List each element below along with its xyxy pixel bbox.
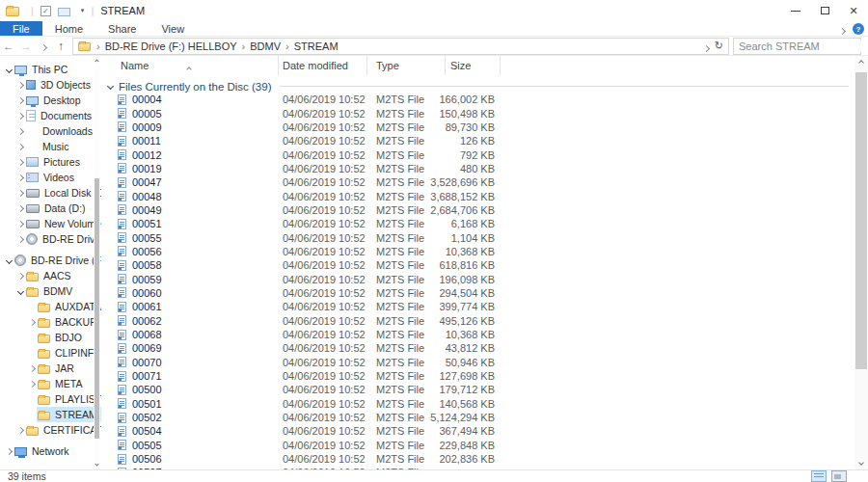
- file-row-00019[interactable]: 00019 04/06/2019 10:52 M2TS File 480 KB: [102, 162, 854, 175]
- back-button[interactable]: ←: [0, 40, 17, 53]
- tree-chevron-icon[interactable]: [28, 380, 35, 387]
- search-input[interactable]: [734, 40, 868, 52]
- file-row-00012[interactable]: 00012 04/06/2019 10:52 M2TS File 792 KB: [102, 147, 854, 161]
- close-button[interactable]: ✕: [839, 0, 868, 21]
- details-view-button[interactable]: [811, 470, 827, 482]
- file-list-scrollbar[interactable]: [854, 56, 868, 469]
- tree-chevron-icon[interactable]: [16, 112, 23, 119]
- breadcrumb-bdmv[interactable]: BDMV: [246, 40, 285, 52]
- address-bar[interactable]: ›BD-RE Drive (F:) HELLBOY›BDMV›STREAM ↻: [72, 38, 729, 55]
- tree-chevron-icon[interactable]: [16, 174, 23, 180]
- file-row-00009[interactable]: 00009 04/06/2019 10:52 M2TS File 89,730 …: [102, 120, 854, 134]
- qat-properties-button[interactable]: ✓: [41, 6, 51, 16]
- tree-chevron-icon[interactable]: [16, 158, 23, 165]
- tree-chevron-icon[interactable]: [16, 189, 23, 196]
- file-row-00502[interactable]: 00502 04/06/2019 10:52 M2TS File 5,124,2…: [102, 411, 854, 424]
- tree-chevron-icon[interactable]: [16, 81, 23, 88]
- tree-chevron-icon[interactable]: [5, 256, 12, 263]
- file-row-00049[interactable]: 00049 04/06/2019 10:52 M2TS File 2,684,7…: [102, 203, 854, 217]
- sidebar-item-bd-re-drive-f[interactable]: BD-RE Drive (F:): [0, 231, 101, 247]
- file-row-00055[interactable]: 00055 04/06/2019 10:52 M2TS File 1,104 K…: [102, 230, 854, 244]
- group-header[interactable]: Files Currently on the Disc (39): [102, 80, 854, 93]
- scroll-up-icon[interactable]: [95, 60, 99, 63]
- tab-home[interactable]: Home: [42, 21, 95, 36]
- sidebar-item-bdmv[interactable]: BDMV: [0, 283, 101, 299]
- file-row-00047[interactable]: 00047 04/06/2019 10:52 M2TS File 3,528,6…: [102, 175, 854, 189]
- sidebar-scrollbar-thumb[interactable]: [95, 178, 99, 439]
- file-row-00506[interactable]: 00506 04/06/2019 10:52 M2TS File 202,836…: [102, 452, 854, 466]
- file-row-00069[interactable]: 00069 04/06/2019 10:52 M2TS File 43,812 …: [102, 341, 854, 355]
- sidebar-item-pictures[interactable]: Pictures: [0, 154, 101, 170]
- tree-chevron-icon[interactable]: [16, 235, 23, 242]
- breadcrumb-stream[interactable]: STREAM: [290, 40, 342, 52]
- sidebar-item-playlist[interactable]: PLAYLIST: [0, 391, 101, 407]
- file-row-00004[interactable]: 00004 04/06/2019 10:52 M2TS File 166,002…: [102, 93, 854, 106]
- breadcrumb-bd-re-drive-f-hellboy[interactable]: BD-RE Drive (F:) HELLBOY: [101, 40, 241, 52]
- file-row-00504[interactable]: 00504 04/06/2019 10:52 M2TS File 367,494…: [102, 424, 854, 438]
- scroll-up-icon[interactable]: [854, 56, 868, 69]
- expand-ribbon-button[interactable]: [840, 20, 845, 38]
- help-button[interactable]: ?: [853, 23, 864, 35]
- forward-button[interactable]: →: [17, 40, 35, 53]
- collapse-group-icon[interactable]: [107, 83, 114, 90]
- file-row-00056[interactable]: 00056 04/06/2019 10:52 M2TS File 10,368 …: [102, 245, 854, 258]
- column-header-date-modified[interactable]: Date modified: [279, 56, 367, 75]
- sidebar-item-aacs[interactable]: AACS: [0, 268, 101, 283]
- minimize-button[interactable]: [781, 0, 810, 21]
- file-row-00501[interactable]: 00501 04/06/2019 10:52 M2TS File 140,568…: [102, 397, 854, 411]
- file-row-00505[interactable]: 00505 04/06/2019 10:52 M2TS File 229,848…: [102, 439, 854, 452]
- tree-chevron-icon[interactable]: [16, 127, 23, 134]
- sidebar-item-network[interactable]: Network: [0, 443, 101, 459]
- tree-chevron-icon[interactable]: [28, 364, 35, 371]
- maximize-button[interactable]: [810, 0, 839, 21]
- tree-chevron-icon[interactable]: [28, 318, 35, 325]
- file-row-00060[interactable]: 00060 04/06/2019 10:52 M2TS File 294,504…: [102, 286, 854, 300]
- file-row-00051[interactable]: 00051 04/06/2019 10:52 M2TS File 6,168 K…: [102, 217, 854, 230]
- sidebar-item-3d-objects[interactable]: 3D Objects: [0, 77, 101, 93]
- file-row-00059[interactable]: 00059 04/06/2019 10:52 M2TS File 196,098…: [102, 272, 854, 285]
- refresh-button[interactable]: ↻: [715, 40, 723, 52]
- address-dropdown-button[interactable]: [704, 38, 709, 55]
- tree-chevron-icon[interactable]: [16, 426, 23, 433]
- qat-new-folder-button[interactable]: [57, 6, 75, 16]
- file-row-00062[interactable]: 00062 04/06/2019 10:52 M2TS File 495,126…: [102, 314, 854, 328]
- sidebar-scrollbar[interactable]: [94, 56, 100, 469]
- column-header-type[interactable]: Type: [367, 56, 446, 75]
- tree-chevron-icon[interactable]: [16, 143, 23, 149]
- sidebar-item-desktop[interactable]: Desktop: [0, 93, 101, 108]
- search-box[interactable]: [733, 38, 861, 55]
- sidebar-item-auxdata[interactable]: AUXDATA: [0, 299, 101, 314]
- sidebar-item-stream[interactable]: STREAM: [0, 407, 101, 422]
- tab-file[interactable]: File: [0, 21, 42, 36]
- sidebar-item-bdjo[interactable]: BDJO: [0, 330, 101, 345]
- sidebar-item-bd-re-drive-f-h[interactable]: BD-RE Drive (F:) H: [0, 253, 101, 268]
- sidebar-item-jar[interactable]: JAR: [0, 361, 101, 376]
- file-row-00500[interactable]: 00500 04/06/2019 10:52 M2TS File 179,712…: [102, 383, 854, 396]
- sidebar-item-certificate[interactable]: CERTIFICATE: [0, 422, 101, 438]
- sidebar-item-new-volume-e[interactable]: New Volume (E:): [0, 216, 101, 231]
- file-list-scrollbar-thumb[interactable]: [855, 72, 867, 369]
- tree-chevron-icon[interactable]: [5, 447, 12, 454]
- tree-chevron-icon[interactable]: [16, 287, 23, 294]
- recent-locations-button[interactable]: [35, 40, 52, 53]
- file-row-00048[interactable]: 00048 04/06/2019 10:52 M2TS File 3,688,1…: [102, 189, 854, 202]
- tree-chevron-icon[interactable]: [5, 66, 12, 72]
- tab-view[interactable]: View: [149, 21, 197, 36]
- sidebar-item-this-pc[interactable]: This PC: [0, 62, 101, 77]
- file-row-00068[interactable]: 00068 04/06/2019 10:52 M2TS File 10,368 …: [102, 328, 854, 341]
- file-row-00070[interactable]: 00070 04/06/2019 10:52 M2TS File 50,946 …: [102, 356, 854, 369]
- tree-chevron-icon[interactable]: [16, 220, 23, 227]
- sidebar-item-local-disk-c[interactable]: Local Disk (C:): [0, 185, 101, 201]
- sidebar-item-downloads[interactable]: Downloads: [0, 123, 101, 139]
- file-row-00011[interactable]: 00011 04/06/2019 10:52 M2TS File 126 KB: [102, 134, 854, 147]
- scroll-down-icon[interactable]: [95, 463, 99, 466]
- file-row-00071[interactable]: 00071 04/06/2019 10:52 M2TS File 127,698…: [102, 369, 854, 383]
- sidebar-item-backup[interactable]: BACKUP: [0, 314, 101, 330]
- sidebar-item-clipinf[interactable]: CLIPINF: [0, 345, 101, 361]
- sidebar-item-music[interactable]: Music: [0, 139, 101, 154]
- sidebar-item-meta[interactable]: META: [0, 376, 101, 391]
- thumbnail-view-button[interactable]: [831, 470, 847, 482]
- sidebar-item-videos[interactable]: Videos: [0, 170, 101, 185]
- scroll-down-icon[interactable]: [854, 456, 868, 469]
- file-row-00005[interactable]: 00005 04/06/2019 10:52 M2TS File 150,498…: [102, 106, 854, 120]
